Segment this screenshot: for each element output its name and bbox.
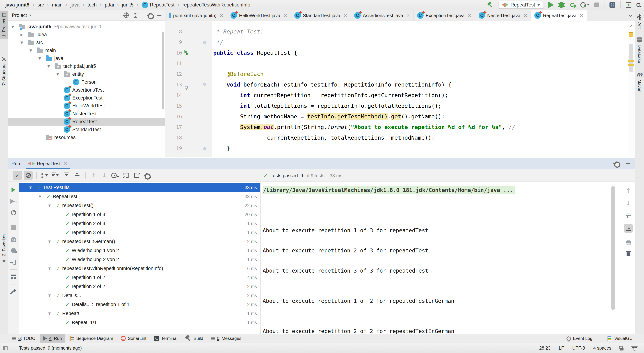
breadcrumb-item[interactable]: main — [52, 2, 62, 8]
run-test-gutter-icon[interactable] — [184, 50, 190, 56]
line-number[interactable]: 11 — [166, 58, 182, 69]
project-tree-scrollbar[interactable] — [162, 32, 164, 109]
usage-mark[interactable] — [628, 64, 634, 66]
line-number[interactable]: 13 — [166, 79, 182, 90]
run-tab[interactable]: RepeatTest × — [26, 158, 70, 169]
tree-collapse-arrow-icon[interactable]: ▼ — [26, 48, 35, 52]
close-tab-icon[interactable]: × — [523, 13, 528, 18]
line-number[interactable]: 15 — [166, 101, 182, 111]
test-tree-item[interactable]: ✓Details... :: repetition 1 of 12 ms — [19, 300, 260, 309]
editor-tab[interactable]: pom.xml (java-junit5)× — [166, 10, 227, 21]
sidebar-stripe-project[interactable]: 1: Project — [0, 11, 8, 39]
collapse-all-button[interactable] — [73, 171, 82, 180]
sort-by-duration-button[interactable] — [51, 171, 60, 180]
editor[interactable]: 8 * Repeat Test.9 */10public class Repea… — [166, 21, 635, 157]
export-test-results-button[interactable] — [132, 171, 141, 180]
editor-tab[interactable]: RepeatTest.java× — [531, 10, 587, 21]
breadcrumb-item[interactable]: src — [38, 2, 44, 8]
hector-inspector-icon[interactable] — [632, 346, 637, 351]
hide-panel-button[interactable] — [157, 15, 162, 16]
line-number[interactable]: 10 — [166, 48, 182, 58]
inspection-ok-icon[interactable]: ✓ — [629, 24, 633, 29]
tool-window-button-sequence-diagram[interactable]: Sequence Diagram — [66, 334, 116, 342]
project-tree[interactable]: ▼java-junit5~/pdai/www/java-junit5▶.idea… — [8, 21, 165, 157]
coverage-button[interactable]: C — [569, 2, 575, 8]
project-tree-item[interactable]: ▼entity — [8, 70, 165, 78]
test-tree-item[interactable]: ▼✓repeatedTestWithRepetitionInfo(Repetit… — [19, 264, 260, 273]
tool-window-button-sonarlint[interactable]: SonarLint — [118, 334, 150, 342]
close-tab-icon[interactable]: × — [219, 13, 224, 18]
breadcrumb-item[interactable]: repeatedTestWithRepetitionInfo — [182, 2, 250, 8]
line-number[interactable]: 12 — [166, 69, 182, 79]
attach-debugger-button[interactable] — [8, 245, 19, 256]
tree-collapse-arrow-icon[interactable]: ▼ — [45, 311, 54, 315]
test-tree-item[interactable]: ✓repetition 3 of 31 ms — [19, 228, 260, 237]
test-tree-item[interactable]: ✓repetition 2 of 31 ms — [19, 219, 260, 228]
hide-panel-button[interactable] — [626, 163, 630, 164]
line-number[interactable]: 18 — [166, 132, 182, 143]
usage-mark[interactable] — [628, 60, 634, 62]
lock-icon[interactable] — [620, 346, 624, 350]
breadcrumb-item[interactable]: tech — [88, 2, 97, 8]
line-number[interactable]: 19 — [166, 143, 182, 154]
test-tree-item[interactable]: ▼✓repeatedTest()22 ms — [19, 201, 260, 210]
editor-scrollbar-thumb[interactable] — [629, 44, 634, 72]
close-tab-icon[interactable]: × — [283, 13, 287, 18]
import-into-editor-button[interactable] — [8, 256, 19, 268]
project-structure-button[interactable] — [610, 2, 615, 8]
project-tree-item[interactable]: Person — [8, 78, 165, 86]
expand-all-button[interactable] — [62, 171, 71, 180]
build-hammer-icon[interactable] — [487, 2, 494, 8]
fold-marker-icon[interactable] — [203, 147, 206, 150]
run-button[interactable] — [548, 2, 554, 8]
tool-window-switcher-icon[interactable] — [3, 346, 8, 350]
sidebar-stripe-maven[interactable]: mMaven — [635, 72, 644, 93]
close-tab-icon[interactable]: × — [468, 13, 472, 18]
tree-collapse-arrow-icon[interactable]: ▼ — [53, 72, 62, 76]
tree-collapse-arrow-icon[interactable]: ▼ — [36, 194, 44, 198]
rerun-tests-button[interactable] — [8, 184, 19, 196]
indent-setting[interactable]: 4 spaces — [593, 345, 611, 351]
tree-collapse-arrow-icon[interactable]: ▼ — [17, 41, 26, 45]
project-tree-item[interactable]: StandardTest — [8, 126, 165, 134]
layout-settings-button[interactable] — [8, 271, 19, 283]
settings-gear-icon[interactable] — [147, 13, 152, 18]
close-icon[interactable]: × — [63, 161, 68, 167]
editor-tab[interactable]: NestedTest.java× — [475, 10, 531, 21]
project-tree-item[interactable]: ▼main — [8, 47, 165, 54]
breadcrumb-item[interactable]: java — [70, 2, 80, 8]
project-tree-item[interactable]: HelloWorldTest — [8, 102, 165, 110]
test-tree-item[interactable]: ▼✓RepeatTest33 ms — [19, 192, 260, 201]
sidebar-stripe-database[interactable]: Database — [635, 37, 644, 63]
test-tree-item[interactable]: ✓repetition 1 of 24 ms — [19, 273, 260, 282]
run-anything-button[interactable] — [626, 2, 632, 8]
pin-tab-button[interactable] — [8, 286, 19, 297]
test-tree-item[interactable]: ▼✓Details...2 ms — [19, 291, 260, 300]
tool-window-button-terminal[interactable]: Terminal — [151, 334, 181, 342]
test-tree-item[interactable]: ▼✓Test Results33 ms — [19, 183, 260, 192]
project-tree-item[interactable]: NestedTest — [8, 110, 165, 118]
tree-expand-arrow-icon[interactable]: ▶ — [17, 33, 26, 37]
run-settings-gear-icon[interactable] — [143, 171, 152, 180]
project-tree-item[interactable]: ExceptionTest — [8, 94, 165, 102]
test-tree-item[interactable]: ▼✓repeatedTestInGerman()2 ms — [19, 237, 260, 246]
line-number[interactable]: 14 — [166, 90, 182, 101]
toggle-auto-test-button[interactable] — [8, 207, 19, 219]
hidden-tabs-chevron-icon[interactable] — [629, 13, 632, 17]
caret-position[interactable]: 28:23 — [539, 345, 550, 351]
clear-console-button[interactable] — [624, 249, 633, 258]
show-passed-button[interactable]: ✓ — [13, 171, 22, 180]
editor-tab[interactable]: ExceptionTest.java× — [414, 10, 475, 21]
scroll-to-end-button[interactable] — [624, 224, 633, 233]
settings-gear-icon[interactable] — [614, 161, 619, 166]
tool-window-button-todo[interactable]: 6: TODO — [9, 334, 39, 342]
breadcrumb-item[interactable]: RepeatTest — [142, 2, 174, 8]
tree-collapse-arrow-icon[interactable]: ▼ — [45, 266, 54, 270]
tree-collapse-arrow-icon[interactable]: ▼ — [45, 203, 54, 207]
test-tree-item[interactable]: ▼✓Repeat!1 ms — [19, 309, 260, 318]
tool-window-button-visualgc[interactable]: VisualGC — [604, 334, 636, 342]
soft-wrap-button[interactable] — [624, 211, 633, 220]
editor-tab[interactable]: AssertionsTest.java× — [351, 10, 414, 21]
tool-window-button-run[interactable]: 4: Run — [40, 334, 65, 342]
collapse-all-button[interactable] — [134, 13, 137, 18]
